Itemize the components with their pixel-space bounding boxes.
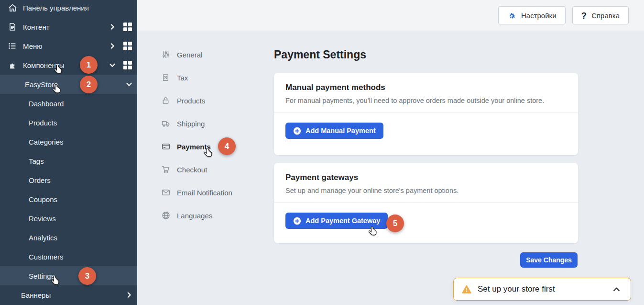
sidebar-item-orders[interactable]: Orders [0,170,137,190]
receipt-icon [161,73,170,82]
step-badge: 3 [78,267,96,285]
manual-payment-methods-card: Manual payment methods For manual paymen… [274,73,578,155]
tab-label: Email Notification [177,189,232,197]
bag-icon [161,96,170,105]
tab-products[interactable]: Products [161,94,205,107]
sidebar-item-reviews[interactable]: Reviews [0,209,137,228]
button-label: Add Manual Payment [306,127,376,135]
button-label: Add Payment Gateway [306,217,380,225]
card-description: For manual payments, you'll need to appr… [285,97,567,104]
sidebar-item-label: Coupons [29,195,57,203]
card-title: Manual payment methods [285,83,567,92]
chevron-right-icon [125,291,133,299]
sliders-icon [161,50,170,59]
sidebar-item-categories[interactable]: Categories [0,132,137,151]
tab-label: Checkout [177,166,207,174]
truck-icon [161,119,170,128]
sidebar-item-label: Customers [29,253,64,261]
card-description: Set up and manage your online store's pa… [285,187,567,194]
sidebar-item-tags[interactable]: Tags [0,151,137,170]
notice-text: Set up your store first [478,284,612,294]
hand-cursor-icon [367,225,379,238]
page-title: Payment Settings [274,48,366,61]
sidebar-item-settings[interactable]: Settings [0,266,137,285]
payment-gateways-card: Payment gateways Set up and manage your … [274,163,578,243]
grid-icon[interactable] [123,42,132,50]
hand-cursor-icon [51,83,63,96]
setup-store-notice[interactable]: Set up your store first [453,278,631,301]
question-mark-icon: ? [581,11,587,20]
sidebar-item-customers[interactable]: Customers [0,247,137,266]
sidebar-item-control-panel[interactable]: Панель управления [0,0,137,17]
credit-card-icon [161,142,170,151]
settings-button-label: Настройки [521,11,557,20]
article-icon [8,22,17,32]
plus-circle-icon [293,127,301,135]
step-badge: 5 [386,215,404,232]
chevron-right-icon [109,42,116,50]
list-icon [8,41,17,51]
sidebar-item-label: Баннеры [21,291,51,299]
grid-icon[interactable] [123,23,132,31]
sidebar-item-label: Меню [23,42,43,50]
sidebar-item-label: Categories [29,138,64,146]
globe-icon [161,211,170,220]
settings-button[interactable]: Настройки [498,6,566,24]
sidebar-item-components[interactable]: Компоненты [0,56,137,75]
tab-email-notification[interactable]: Email Notification [161,186,232,199]
step-badge: 4 [218,137,236,155]
sidebar-item-banners[interactable]: Баннеры [0,285,137,305]
tab-checkout[interactable]: Checkout [161,163,207,176]
sidebar-item-label: Контент [23,23,50,31]
sidebar-item-label: Products [29,119,57,127]
hand-cursor-icon [53,63,64,76]
tab-label: Languages [177,212,212,220]
sidebar-item-products[interactable]: Products [0,113,137,132]
sidebar-item-dashboard[interactable]: Dashboard [0,94,137,113]
card-title: Payment gateways [285,173,567,182]
tab-tax[interactable]: Tax [161,71,188,84]
hand-cursor-icon [203,147,214,159]
home-icon [8,3,17,12]
hand-cursor-icon [50,274,61,287]
main-content: General Tax Products Shipping Payments C… [137,31,644,305]
tab-general[interactable]: General [161,48,202,61]
save-changes-button[interactable]: Save Changes [520,252,578,268]
chevron-up-icon[interactable] [612,285,621,294]
sidebar-item-analytics[interactable]: Analytics [0,228,137,247]
sidebar-item-label: Reviews [29,215,56,223]
mail-icon [161,188,170,197]
help-button[interactable]: ? Справка [572,6,629,24]
sidebar-item-label: Tags [29,157,44,165]
tab-label: General [177,51,202,59]
tab-label: Products [177,97,205,105]
sidebar-item-label: Analytics [29,234,57,242]
tab-label: Tax [177,74,188,82]
sidebar-item-label: Orders [29,176,51,184]
tab-shipping[interactable]: Shipping [161,117,205,130]
chevron-right-icon [109,23,116,31]
warning-icon [462,285,471,294]
help-button-label: Справка [591,11,620,20]
chevron-down-icon [125,80,133,88]
step-badge: 2 [80,76,98,93]
gear-icon [507,11,516,20]
sidebar-item-menu[interactable]: Меню [0,36,137,56]
plus-circle-icon [293,217,301,225]
tab-label: Shipping [177,120,205,128]
sidebar-item-easystore[interactable]: EasyStore [0,75,137,94]
sidebar-item-label: Dashboard [29,100,64,108]
chevron-down-icon [109,61,116,69]
grid-icon[interactable] [123,61,132,69]
add-manual-payment-button[interactable]: Add Manual Payment [285,123,383,139]
sidebar-item-label: Панель управления [23,4,89,12]
step-badge: 1 [80,56,98,74]
cart-icon [161,165,170,174]
tab-languages[interactable]: Languages [161,209,212,222]
admin-sidebar: Панель управления Контент Меню [0,0,137,305]
toolbar: Настройки ? Справка [137,0,644,31]
puzzle-icon [8,60,17,70]
sidebar-item-coupons[interactable]: Coupons [0,190,137,209]
sidebar-item-content[interactable]: Контент [0,17,137,36]
